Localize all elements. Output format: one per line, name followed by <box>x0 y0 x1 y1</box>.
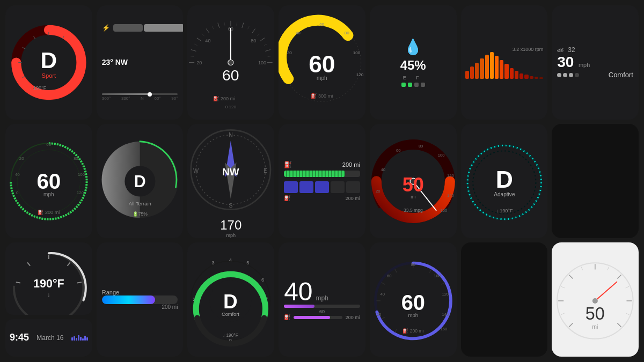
svg-text:20: 20 <box>377 312 381 317</box>
svg-line-13 <box>191 49 196 51</box>
svg-line-20 <box>260 38 265 41</box>
range-inner: Range 200 mi <box>97 284 184 315</box>
svg-text:⛽ 300 mi: ⛽ 300 mi <box>311 93 333 99</box>
rpm-bars-inner: 3.2 x1000 rpm <box>461 42 548 83</box>
compass-widget: NW N E S W 170 mph <box>187 124 274 238</box>
svg-text:20: 20 <box>376 189 380 194</box>
yellow-arc-svg: 20 40 60 80 100 120 60 mph ⛽ 300 mi <box>279 5 365 120</box>
svg-text:Sport: Sport <box>42 72 56 79</box>
svg-point-156 <box>592 298 598 304</box>
placeholder-widget <box>552 124 639 238</box>
lightning-icon: ⚡ <box>102 24 110 32</box>
svg-text:20: 20 <box>19 156 24 161</box>
svg-line-19 <box>252 29 255 33</box>
svg-line-21 <box>266 49 271 51</box>
fuel-level-inner: 💧 45% E F <box>370 34 457 91</box>
bar-2 <box>74 336 75 341</box>
svg-text:D: D <box>495 166 513 193</box>
speed-target: 60 <box>319 309 325 314</box>
svg-text:50: 50 <box>586 304 605 323</box>
svg-line-30 <box>258 34 260 36</box>
compass-sub: mph <box>226 233 236 238</box>
fuel-progress-bar <box>284 171 360 177</box>
fuel-icon-bottom: ⛽ <box>284 195 290 201</box>
svg-line-27 <box>224 23 225 26</box>
battery-compass-widget: ⚡ 60% Power 23° NW 300° 330° <box>97 5 184 120</box>
svg-text:140: 140 <box>442 312 449 317</box>
comfort-speed: 30 <box>557 54 574 70</box>
speed-target-label: 60 <box>284 309 360 314</box>
svg-text:120: 120 <box>77 190 84 195</box>
svg-text:140: 140 <box>447 193 454 198</box>
svg-text:60: 60 <box>396 148 400 153</box>
svg-text:⛽ 200 mi: ⛽ 200 mi <box>214 95 236 102</box>
svg-text:E: E <box>264 167 267 174</box>
rpm-bar-10 <box>510 68 514 79</box>
svg-text:80: 80 <box>74 156 78 161</box>
rpm-bar-5 <box>485 55 489 79</box>
all-terrain-svg: D All Terrain 🔋75% <box>97 124 184 238</box>
comfort-label: Comfort <box>609 71 633 79</box>
red-speedometer-widget: 20 40 60 80 100 120 140 160 50 mi 33.5 m… <box>370 124 457 238</box>
svg-line-127 <box>429 269 431 273</box>
white-analog-svg: 50 mi <box>552 242 639 357</box>
rpm-bar-4 <box>480 58 484 79</box>
svg-line-101 <box>16 282 20 283</box>
svg-text:80: 80 <box>419 144 423 149</box>
rpm-bar-16 <box>539 77 543 79</box>
svg-text:60: 60 <box>387 274 391 278</box>
svg-text:All Terrain: All Terrain <box>129 201 151 206</box>
svg-text:60: 60 <box>36 169 61 194</box>
green-speed-svg: 40 20 60 80 100 120 60 mph ⛽ 200 mi 0 <box>5 124 92 238</box>
compass-reading: 170 <box>220 218 241 233</box>
svg-line-121 <box>394 329 397 333</box>
fuel-seg-4 <box>421 83 425 87</box>
fuel-seg-3 <box>414 83 419 87</box>
comfort-mode-row: Comfort <box>557 71 633 79</box>
compass-display: 23° NW <box>102 58 178 67</box>
compass-value: 23° NW <box>102 58 178 67</box>
svg-text:60: 60 <box>46 142 51 147</box>
comfort-d-gauge-svg: 3 4 5 6 7 8 0 1 2 D Comfort ↓ 190°F <box>187 242 274 357</box>
svg-line-100 <box>27 262 30 265</box>
fuel-fill-w18 <box>294 316 330 319</box>
battery-bar-row: ⚡ 60% Power <box>102 24 178 32</box>
empty-widget <box>461 242 548 357</box>
rpm-label: 3.2 x1000 rpm <box>465 47 544 52</box>
dot-4 <box>575 73 579 77</box>
svg-text:6: 6 <box>261 277 264 283</box>
svg-text:40: 40 <box>380 167 385 172</box>
svg-text:⛽ 200 mi: ⛽ 200 mi <box>402 328 423 334</box>
comfort-d-gauge-widget: 3 4 5 6 7 8 0 1 2 D Comfort ↓ 190°F <box>187 242 274 357</box>
svg-text:60: 60 <box>309 51 335 77</box>
fuel-seg-1 <box>401 83 406 87</box>
yellow-arc-widget: 20 40 60 80 100 120 60 mph ⛽ 300 mi <box>279 5 365 120</box>
speed-40-inner: 40 mph 60 ⛽ 200 mi <box>279 274 365 326</box>
clock-date: March 16 <box>36 334 63 342</box>
svg-text:50: 50 <box>402 174 424 196</box>
steering-icon: 🏎 <box>557 46 564 54</box>
clock-sub-widget: 9:45 March 16 <box>5 319 92 357</box>
svg-line-31 <box>264 44 267 46</box>
speed-fuel-row: ⛽ 200 mi <box>284 314 360 320</box>
comfort-speed-display: 30 mph <box>557 54 633 71</box>
fuel-pct: 45% <box>400 58 426 73</box>
svg-line-125 <box>394 269 397 273</box>
svg-text:mph: mph <box>408 312 418 318</box>
svg-text:5: 5 <box>247 260 250 265</box>
svg-text:120: 120 <box>447 173 454 178</box>
fuel-dist-w18: 200 mi <box>346 315 360 320</box>
adaptive-gauge-svg: D Adaptive ↓ 190°F <box>461 124 548 238</box>
adaptive-gauge-widget: D Adaptive ↓ 190°F <box>461 124 548 238</box>
svg-text:40: 40 <box>15 172 20 177</box>
svg-text:40: 40 <box>380 292 384 297</box>
svg-text:Comfort: Comfort <box>222 312 239 317</box>
svg-text:40: 40 <box>206 38 211 43</box>
rpm-bars-widget: 3.2 x1000 rpm <box>461 5 548 120</box>
bar-4 <box>78 335 79 341</box>
battery-bar-1 <box>113 24 143 32</box>
svg-text:↓ 190°F: ↓ 190°F <box>30 85 47 91</box>
speed-40-value: 40 <box>284 279 312 305</box>
svg-text:D: D <box>223 291 238 313</box>
fuel-distance: 200 mi <box>342 161 360 168</box>
